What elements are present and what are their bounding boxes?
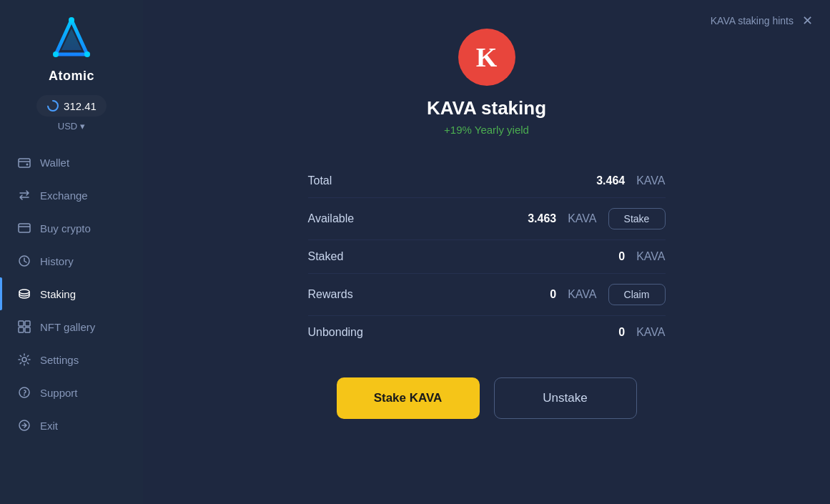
sidebar-item-wallet-label: Wallet (40, 157, 69, 169)
wallet-icon (17, 155, 31, 169)
buy-crypto-icon (17, 221, 31, 235)
stat-amount-unbonding: 0 (618, 326, 625, 339)
atomic-logo-icon (46, 14, 97, 66)
sidebar-item-nft-gallery-label: NFT gallery (40, 321, 95, 333)
stat-values-staked: 0 KAVA (618, 250, 665, 263)
svg-point-13 (22, 357, 26, 362)
svg-point-5 (26, 164, 29, 166)
main-content: KAVA staking hints ✕ K KAVA staking +19%… (143, 0, 830, 504)
stat-label-total: Total (308, 174, 423, 187)
sidebar-item-wallet[interactable]: Wallet (0, 146, 143, 179)
logo-area: Atomic (46, 14, 97, 84)
stat-row-rewards: Rewards 0 KAVA Claim (308, 274, 666, 316)
support-icon (17, 385, 31, 400)
stat-label-available: Available (308, 212, 423, 225)
svg-rect-4 (19, 159, 30, 167)
settings-icon (17, 352, 31, 367)
sidebar-item-nft-gallery[interactable]: NFT gallery (0, 310, 143, 343)
currency-selector[interactable]: USD ▾ (58, 121, 85, 132)
sidebar-item-history-label: History (40, 255, 74, 267)
sidebar-item-settings-label: Settings (40, 354, 79, 366)
svg-rect-6 (19, 224, 30, 232)
svg-rect-9 (19, 321, 24, 326)
svg-point-2 (53, 51, 59, 57)
svg-point-14 (19, 387, 29, 397)
staking-icon (17, 287, 31, 301)
stat-row-staked: Staked 0 KAVA (308, 240, 666, 274)
bottom-buttons: Stake KAVA Unstake (186, 377, 787, 419)
sidebar-item-staking-label: Staking (40, 288, 76, 300)
stat-label-unbonding: Unbonding (308, 326, 423, 339)
svg-point-3 (48, 101, 58, 111)
svg-rect-11 (19, 327, 24, 332)
hint-label: KAVA staking hints (711, 15, 794, 26)
sidebar-item-support[interactable]: Support (0, 376, 143, 409)
nft-gallery-icon (17, 320, 31, 334)
sidebar-item-buy-crypto-label: Buy crypto (40, 222, 91, 234)
stat-amount-available: 3.463 (528, 212, 556, 225)
svg-point-8 (19, 290, 29, 294)
stat-row-total: Total 3.464 KAVA (308, 164, 666, 198)
claim-rewards-button[interactable]: Claim (608, 284, 666, 305)
stat-amount-total: 3.464 (596, 174, 625, 187)
sidebar-item-history[interactable]: History (0, 244, 143, 277)
sidebar-item-buy-crypto[interactable]: Buy crypto (0, 212, 143, 244)
refresh-icon (46, 99, 59, 112)
stat-values-available: 3.463 KAVA Stake (528, 208, 665, 229)
nav-menu: Wallet Exchange Buy crypto History (0, 146, 143, 442)
stake-available-button[interactable]: Stake (608, 208, 666, 229)
svg-point-0 (69, 17, 74, 23)
stat-currency-rewards: KAVA (568, 288, 596, 301)
stat-label-rewards: Rewards (308, 288, 423, 301)
stat-currency-total: KAVA (636, 174, 665, 187)
sidebar-item-exit-label: Exit (40, 420, 58, 432)
stat-amount-staked: 0 (618, 250, 625, 263)
svg-rect-10 (25, 321, 30, 326)
stat-currency-available: KAVA (568, 212, 596, 225)
sidebar: Atomic 312.41 USD ▾ Wallet Exchange (0, 0, 143, 504)
kava-yield: +19% Yearly yield (444, 124, 529, 136)
sidebar-item-exchange[interactable]: Exchange (0, 179, 143, 212)
stat-row-available: Available 3.463 KAVA Stake (308, 198, 666, 240)
svg-rect-12 (25, 327, 30, 332)
balance-amount: 312.41 (64, 100, 97, 112)
sidebar-item-exchange-label: Exchange (40, 189, 88, 202)
stake-kava-button[interactable]: Stake KAVA (337, 377, 480, 419)
sidebar-item-staking[interactable]: Staking (0, 277, 143, 310)
sidebar-item-settings[interactable]: Settings (0, 343, 143, 376)
stat-values-unbonding: 0 KAVA (618, 326, 665, 339)
stat-currency-unbonding: KAVA (636, 326, 665, 339)
sidebar-item-support-label: Support (40, 387, 78, 399)
kava-header: K KAVA staking +19% Yearly yield (186, 29, 787, 136)
hint-bar: KAVA staking hints ✕ (711, 14, 813, 27)
stats-table: Total 3.464 KAVA Available 3.463 KAVA St… (308, 164, 666, 349)
kava-title: KAVA staking (427, 97, 546, 119)
app-name: Atomic (49, 69, 94, 84)
stat-label-staked: Staked (308, 250, 423, 263)
stat-currency-staked: KAVA (636, 250, 665, 263)
unstake-button[interactable]: Unstake (494, 377, 637, 419)
stat-amount-rewards: 0 (550, 288, 556, 301)
stat-values-total: 3.464 KAVA (596, 174, 665, 187)
exit-icon (17, 418, 31, 433)
sidebar-item-exit[interactable]: Exit (0, 409, 143, 442)
close-hint-button[interactable]: ✕ (802, 14, 813, 27)
stat-row-unbonding: Unbonding 0 KAVA (308, 316, 666, 349)
history-icon (17, 254, 31, 268)
exchange-icon (17, 188, 31, 202)
svg-point-1 (84, 51, 90, 57)
balance-area[interactable]: 312.41 (36, 95, 107, 117)
stat-values-rewards: 0 KAVA Claim (550, 284, 665, 305)
kava-logo: K (458, 29, 515, 86)
